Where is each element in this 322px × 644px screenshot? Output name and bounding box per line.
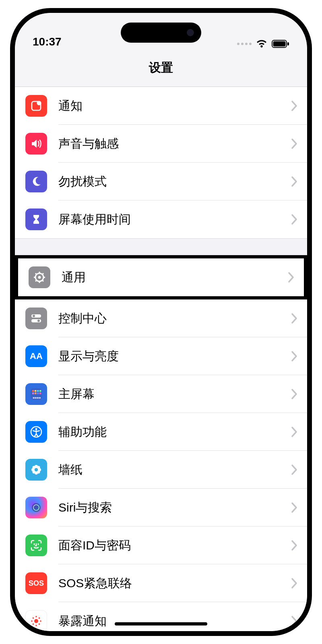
settings-row-accessibility[interactable]: 辅助功能 bbox=[15, 413, 307, 451]
gear-icon bbox=[29, 266, 50, 288]
side-button bbox=[10, 210, 11, 254]
settings-row-general[interactable]: 通用 bbox=[18, 258, 304, 296]
battery-icon bbox=[272, 39, 289, 48]
chevron-right-icon bbox=[291, 578, 297, 589]
accessibility-icon bbox=[25, 421, 47, 443]
phone-frame: 10:37 设置 bbox=[10, 8, 312, 636]
settings-row-home-screen[interactable]: 主屏幕 bbox=[15, 375, 307, 413]
svg-point-6 bbox=[38, 276, 41, 279]
svg-rect-1 bbox=[273, 41, 286, 47]
moon-icon bbox=[25, 171, 47, 192]
svg-rect-27 bbox=[39, 392, 41, 394]
svg-rect-21 bbox=[35, 390, 37, 392]
settings-section: 通知 声音与触感 bbox=[15, 87, 307, 238]
side-button bbox=[10, 154, 11, 198]
svg-point-52 bbox=[40, 620, 41, 622]
settings-row-control-center[interactable]: 控制中心 bbox=[15, 299, 307, 337]
chevron-right-icon bbox=[291, 615, 297, 627]
svg-point-32 bbox=[39, 397, 40, 398]
settings-row-sos[interactable]: SOS SOS紧急联络 bbox=[15, 564, 307, 602]
row-label: 通知 bbox=[58, 98, 291, 114]
apps-grid-icon bbox=[25, 383, 47, 405]
side-button bbox=[10, 118, 11, 142]
svg-line-14 bbox=[35, 280, 37, 282]
chevron-right-icon bbox=[291, 138, 297, 149]
settings-row-face-id[interactable]: 面容ID与密码 bbox=[15, 526, 307, 564]
svg-point-51 bbox=[31, 620, 33, 622]
row-label: 墙纸 bbox=[58, 462, 291, 478]
row-label: 声音与触感 bbox=[58, 136, 291, 152]
chevron-right-icon bbox=[291, 388, 297, 400]
home-indicator[interactable] bbox=[115, 622, 207, 625]
side-button bbox=[311, 166, 312, 234]
chevron-right-icon bbox=[288, 272, 294, 283]
row-label: 辅助功能 bbox=[58, 424, 291, 440]
settings-row-notifications[interactable]: 通知 bbox=[15, 87, 307, 125]
svg-line-13 bbox=[42, 273, 44, 275]
svg-point-48 bbox=[34, 619, 38, 623]
tutorial-highlight: 通用 bbox=[15, 255, 307, 299]
settings-row-display[interactable]: AA 显示与亮度 bbox=[15, 337, 307, 375]
dynamic-island bbox=[121, 23, 201, 43]
svg-point-50 bbox=[35, 625, 37, 626]
switches-icon bbox=[25, 308, 47, 329]
face-id-icon bbox=[25, 535, 47, 556]
settings-row-exposure[interactable]: 暴露通知 bbox=[15, 602, 307, 631]
row-label: 屏幕使用时间 bbox=[58, 211, 291, 228]
settings-row-dnd[interactable]: 勿扰模式 bbox=[15, 163, 307, 200]
svg-rect-26 bbox=[37, 392, 39, 394]
cellular-dots-icon bbox=[237, 43, 252, 45]
svg-rect-20 bbox=[32, 390, 34, 392]
row-label: 显示与亮度 bbox=[58, 348, 291, 365]
siri-icon bbox=[25, 497, 47, 518]
svg-point-31 bbox=[37, 397, 38, 398]
svg-point-30 bbox=[35, 397, 36, 398]
svg-point-16 bbox=[33, 315, 35, 317]
settings-row-sounds[interactable]: 声音与触感 bbox=[15, 125, 307, 163]
row-label: 通用 bbox=[62, 269, 288, 286]
wifi-icon bbox=[256, 39, 268, 48]
text-size-icon: AA bbox=[25, 345, 47, 367]
svg-point-34 bbox=[35, 428, 37, 430]
sos-icon: SOS bbox=[25, 572, 47, 594]
svg-rect-23 bbox=[39, 390, 41, 392]
svg-point-18 bbox=[37, 320, 40, 322]
settings-section: 通用 控制中心 AA 显示与亮度 bbox=[15, 255, 307, 631]
row-label: 控制中心 bbox=[58, 310, 291, 327]
svg-point-29 bbox=[33, 397, 34, 398]
chevron-right-icon bbox=[291, 313, 297, 324]
settings-row-wallpaper[interactable]: 墙纸 bbox=[15, 451, 307, 489]
svg-line-12 bbox=[42, 280, 44, 282]
svg-point-43 bbox=[35, 468, 38, 471]
svg-line-11 bbox=[35, 273, 37, 275]
row-label: 面容ID与密码 bbox=[58, 537, 291, 554]
status-time: 10:37 bbox=[33, 35, 62, 48]
svg-point-54 bbox=[39, 617, 40, 619]
chevron-right-icon bbox=[291, 464, 297, 475]
svg-rect-25 bbox=[35, 392, 37, 394]
svg-point-53 bbox=[33, 617, 34, 619]
row-label: Siri与搜索 bbox=[58, 500, 291, 516]
settings-row-screen-time[interactable]: 屏幕使用时间 bbox=[15, 200, 307, 238]
row-label: 勿扰模式 bbox=[58, 173, 291, 190]
chevron-right-icon bbox=[291, 426, 297, 438]
speaker-icon bbox=[25, 133, 47, 155]
chevron-right-icon bbox=[291, 351, 297, 362]
chevron-right-icon bbox=[291, 540, 297, 551]
section-gap bbox=[15, 238, 307, 255]
svg-rect-22 bbox=[37, 390, 39, 392]
svg-point-55 bbox=[33, 623, 34, 625]
svg-point-49 bbox=[35, 616, 37, 617]
chevron-right-icon bbox=[291, 502, 297, 513]
row-label: 暴露通知 bbox=[58, 613, 291, 630]
row-label: SOS紧急联络 bbox=[58, 575, 291, 592]
svg-point-4 bbox=[37, 101, 41, 105]
settings-row-siri[interactable]: Siri与搜索 bbox=[15, 489, 307, 526]
row-label: 主屏幕 bbox=[58, 386, 291, 402]
exposure-icon bbox=[25, 610, 47, 631]
chevron-right-icon bbox=[291, 214, 297, 225]
flower-icon bbox=[25, 459, 47, 481]
svg-rect-24 bbox=[32, 392, 34, 394]
svg-rect-2 bbox=[287, 42, 289, 45]
chevron-right-icon bbox=[291, 100, 297, 111]
